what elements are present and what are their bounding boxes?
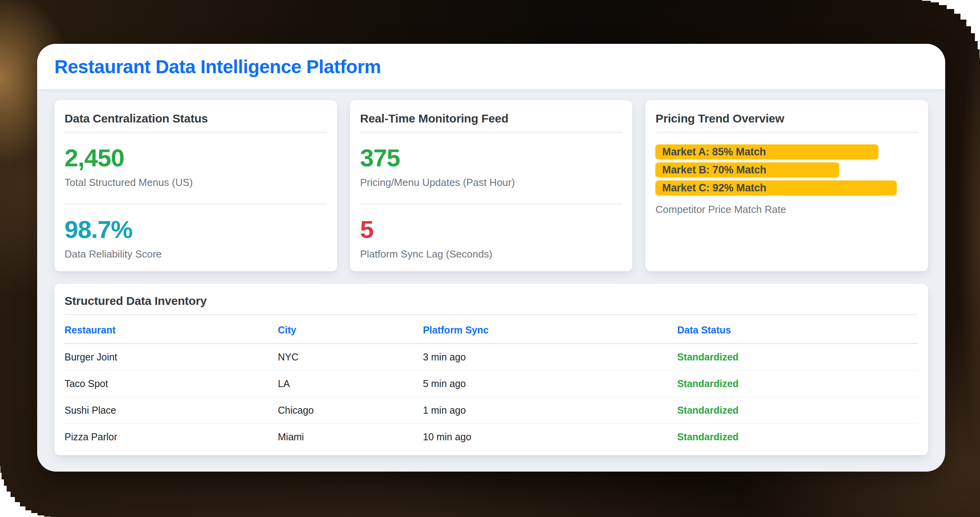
cell-restaurant: Burger Joint (65, 344, 278, 371)
inventory-title: Structured Data Inventory (65, 294, 918, 308)
inventory-card: Structured Data Inventory Restaurant Cit… (54, 284, 928, 455)
status-badge: Standardized (677, 370, 918, 397)
inventory-table: Restaurant City Platform Sync Data Statu… (65, 315, 918, 450)
table-row: Taco Spot LA 5 min ago Standardized (65, 370, 918, 397)
status-badge: Standardized (677, 397, 918, 423)
metric-label: Pricing/Menu Updates (Past Hour) (360, 177, 623, 189)
divider (655, 132, 918, 133)
cell-restaurant: Taco Spot (65, 370, 278, 397)
card-title: Pricing Trend Overview (655, 112, 918, 125)
divider (360, 204, 623, 204)
cell-city: Miami (278, 423, 423, 450)
cell-city: Chicago (278, 397, 423, 423)
column-header-restaurant[interactable]: Restaurant (65, 315, 278, 344)
card-title: Real-Time Monitoring Feed (360, 112, 623, 125)
match-rate-bar-chart: Market A: 85% Match Market B: 70% Match … (655, 144, 918, 195)
bar-label: Market B: 70% Match (662, 164, 766, 176)
cell-restaurant: Pizza Parlor (65, 423, 278, 450)
divider (65, 132, 327, 133)
dashboard-body: Data Centralization Status 2,450 Total S… (37, 89, 945, 471)
data-centralization-card: Data Centralization Status 2,450 Total S… (54, 100, 337, 271)
status-badge: Standardized (677, 344, 918, 371)
table-header-row: Restaurant City Platform Sync Data Statu… (65, 315, 918, 344)
app-header: Restaurant Data Intelligence Platform (37, 44, 945, 89)
metric-label: Platform Sync Lag (Seconds) (360, 248, 623, 260)
cell-platform-sync: 3 min ago (423, 344, 677, 371)
metric-value-updates: 375 (360, 145, 623, 171)
divider (360, 132, 623, 133)
column-header-city[interactable]: City (278, 315, 423, 344)
table-row: Pizza Parlor Miami 10 min ago Standardiz… (65, 423, 918, 450)
app-window: Restaurant Data Intelligence Platform Da… (37, 44, 945, 472)
match-bar-market-a: Market A: 85% Match (655, 144, 878, 159)
match-bar-market-b: Market B: 70% Match (655, 162, 839, 177)
metric-label: Total Structured Menus (US) (65, 177, 327, 189)
cell-platform-sync: 10 min ago (423, 423, 677, 450)
column-header-data-status[interactable]: Data Status (677, 315, 918, 344)
stat-cards-row: Data Centralization Status 2,450 Total S… (54, 100, 928, 271)
table-row: Burger Joint NYC 3 min ago Standardized (65, 344, 918, 371)
metric-value-reliability: 98.7% (65, 216, 327, 243)
metric-value-total-menus: 2,450 (65, 145, 327, 171)
pricing-trend-card: Pricing Trend Overview Market A: 85% Mat… (645, 100, 928, 271)
card-title: Data Centralization Status (65, 112, 327, 125)
divider (65, 204, 327, 204)
status-badge: Standardized (677, 423, 918, 450)
bar-label: Market A: 85% Match (662, 146, 766, 158)
monitoring-feed-card: Real-Time Monitoring Feed 375 Pricing/Me… (350, 100, 633, 271)
cell-city: NYC (278, 344, 423, 371)
cell-platform-sync: 1 min ago (423, 397, 677, 423)
match-bar-market-c: Market C: 92% Match (655, 180, 897, 195)
table-row: Sushi Place Chicago 1 min ago Standardiz… (65, 397, 918, 423)
metric-label: Data Reliability Score (65, 248, 327, 260)
cell-city: LA (278, 370, 423, 397)
chart-caption: Competitor Price Match Rate (655, 204, 918, 216)
cell-platform-sync: 5 min ago (423, 370, 677, 397)
bar-label: Market C: 92% Match (662, 182, 766, 194)
page-title: Restaurant Data Intelligence Platform (54, 56, 381, 77)
column-header-platform-sync[interactable]: Platform Sync (423, 315, 677, 344)
metric-value-sync-lag: 5 (360, 216, 623, 243)
cell-restaurant: Sushi Place (65, 397, 278, 423)
